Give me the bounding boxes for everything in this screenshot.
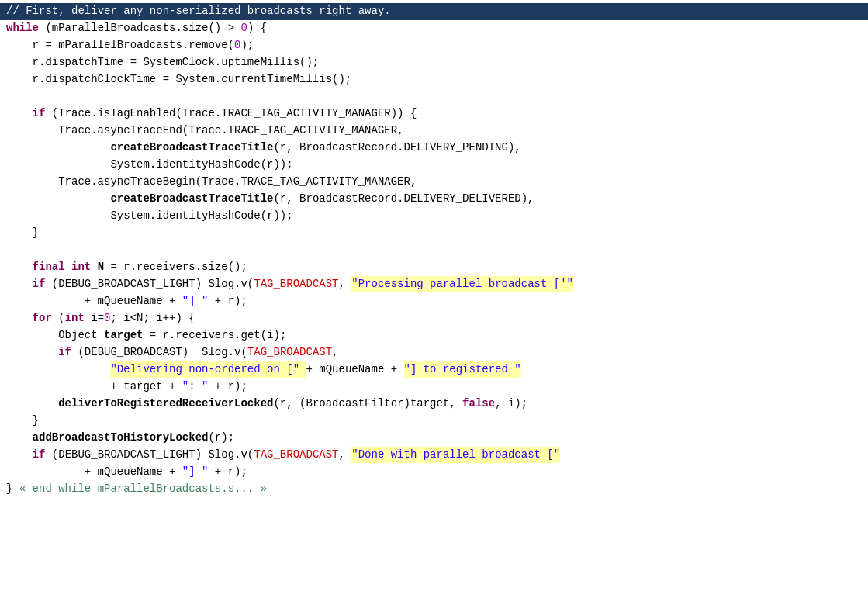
- code-token: "Delivering non-ordered on [": [110, 361, 306, 378]
- code-token: TAG_BROADCAST: [247, 344, 332, 361]
- code-line-18: + mQueueName + "] " + r);: [0, 293, 868, 310]
- code-token: = r.receivers.size();: [104, 259, 247, 275]
- code-token: [85, 310, 91, 327]
- code-line-4: r.dispatchTime = SystemClock.uptimeMilli…: [0, 54, 868, 71]
- code-line-20: Object target = r.receivers.get(i);: [0, 327, 868, 344]
- code-token: [6, 140, 110, 156]
- code-token: TAG_BROADCAST: [254, 447, 338, 463]
- code-token: "] ": [182, 464, 215, 480]
- code-line-19: for (int i=0; i<N; i++) {: [0, 310, 868, 327]
- code-token: + r);: [215, 293, 247, 309]
- code-token: int: [71, 259, 91, 275]
- code-line-16: final int N = r.receivers.size();: [0, 259, 868, 276]
- code-token: );: [240, 37, 254, 54]
- code-token: }: [6, 225, 39, 241]
- code-token: ": ": [182, 379, 215, 395]
- code-line-13: System.identityHashCode(r));: [0, 208, 868, 225]
- code-line-2: while (mParallelBroadcasts.size() > 0) {: [0, 20, 868, 37]
- code-token: [6, 310, 33, 327]
- code-token: (DEBUG_BROADCAST) Slog.v(: [71, 344, 247, 361]
- code-token: createBroadcastTraceTitle: [110, 140, 273, 156]
- code-token: (r, BroadcastRecord.DELIVERY_PENDING),: [273, 140, 520, 156]
- code-line-25: }: [0, 413, 868, 430]
- code-line-21: if (DEBUG_BROADCAST) Slog.v(TAG_BROADCAS…: [0, 344, 868, 361]
- code-token: i: [91, 310, 97, 327]
- code-line-10: System.identityHashCode(r));: [0, 157, 868, 174]
- code-line-26: addBroadcastToHistoryLocked(r);: [0, 430, 868, 447]
- code-token: ,: [332, 344, 338, 361]
- code-token: + mQueueName +: [306, 361, 403, 378]
- code-token: , i);: [495, 396, 527, 412]
- code-token: 0: [240, 20, 247, 36]
- code-token: ,: [338, 447, 351, 463]
- code-token: 0: [104, 310, 110, 327]
- code-token: deliverToRegisteredReceiverLocked: [58, 396, 273, 412]
- code-token: "Processing parallel broadcast ['": [351, 276, 573, 292]
- code-token: //: [6, 3, 26, 19]
- code-token: ) {: [247, 20, 267, 36]
- code-token: if: [58, 344, 71, 361]
- code-token: Object: [6, 327, 104, 344]
- code-token: [6, 396, 58, 412]
- code-token: (r, BroadcastRecord.DELIVERY_DELIVERED),: [273, 191, 534, 207]
- code-token: TAG_BROADCAST: [254, 276, 338, 292]
- code-token: [6, 430, 33, 446]
- code-token: false: [462, 396, 495, 412]
- code-line-8: Trace.asyncTraceEnd(Trace.TRACE_TAG_ACTI…: [0, 123, 868, 140]
- code-token: }: [6, 413, 39, 429]
- code-editor: // First, deliver any non-serialized bro…: [0, 0, 868, 612]
- code-token: r = mParallelBroadcasts.remove(: [6, 37, 234, 54]
- code-token: }: [6, 481, 19, 497]
- code-token: Trace.asyncTraceEnd(Trace.TRACE_TAG_ACTI…: [6, 123, 403, 139]
- code-token: First, deliver any non-serialized broadc…: [26, 3, 390, 19]
- code-line-28: + mQueueName + "] " + r);: [0, 464, 868, 481]
- code-line-23: + target + ": " + r);: [0, 379, 868, 396]
- code-token: [6, 105, 33, 122]
- code-token: (Trace.isTagEnabled(Trace.TRACE_TAG_ACTI…: [45, 105, 417, 122]
- code-line-3: r = mParallelBroadcasts.remove(0);: [0, 37, 868, 54]
- code-token: ; i<N; i++) {: [110, 310, 195, 327]
- code-line-9: createBroadcastTraceTitle(r, BroadcastRe…: [0, 140, 868, 157]
- code-token: 0: [234, 37, 240, 54]
- code-token: (r);: [208, 430, 234, 446]
- code-token: addBroadcastToHistoryLocked: [33, 430, 209, 446]
- code-line-27: if (DEBUG_BROADCAST_LIGHT) Slog.v(TAG_BR…: [0, 447, 868, 464]
- code-line-24: deliverToRegisteredReceiverLocked(r, (Br…: [0, 396, 868, 413]
- code-token: [6, 361, 110, 378]
- code-token: + target +: [6, 379, 182, 395]
- code-token: = r.receivers.get(i);: [143, 327, 286, 344]
- code-token: r.dispatchClockTime = System.currentTime…: [6, 71, 351, 88]
- code-token: createBroadcastTraceTitle: [110, 191, 273, 207]
- code-token: (mParallelBroadcasts.size() >: [39, 20, 240, 36]
- code-token: [91, 259, 97, 275]
- code-token: + r);: [215, 464, 247, 480]
- code-token: (DEBUG_BROADCAST_LIGHT) Slog.v(: [45, 447, 254, 463]
- code-token: (DEBUG_BROADCAST_LIGHT) Slog.v(: [45, 276, 254, 292]
- code-line-22: "Delivering non-ordered on [" + mQueueNa…: [0, 361, 868, 379]
- code-token: "Done with parallel broadcast [": [351, 447, 560, 463]
- code-token: target: [104, 327, 143, 344]
- code-token: =: [98, 310, 104, 327]
- code-token: [6, 259, 33, 275]
- code-token: System.identityHashCode(r));: [6, 157, 293, 173]
- code-line-14: }: [0, 225, 868, 242]
- code-line-29: } « end while mParallelBroadcasts.s... »: [0, 481, 868, 498]
- code-token: ,: [338, 276, 351, 292]
- code-token: Trace.asyncTraceBegin(Trace.TRACE_TAG_AC…: [6, 174, 417, 190]
- code-line-17: if (DEBUG_BROADCAST_LIGHT) Slog.v(TAG_BR…: [0, 276, 868, 293]
- code-token: [6, 344, 58, 361]
- code-token: System.identityHashCode(r));: [6, 208, 293, 224]
- code-token: final: [33, 259, 65, 275]
- code-line-7: if (Trace.isTagEnabled(Trace.TRACE_TAG_A…: [0, 105, 868, 123]
- code-token: for: [33, 310, 52, 327]
- code-token: [65, 259, 71, 275]
- code-line-5: r.dispatchClockTime = System.currentTime…: [0, 71, 868, 88]
- code-token: int: [65, 310, 85, 327]
- code-line-11: Trace.asyncTraceBegin(Trace.TRACE_TAG_AC…: [0, 174, 868, 191]
- code-line-12: createBroadcastTraceTitle(r, BroadcastRe…: [0, 191, 868, 208]
- code-token: [6, 447, 33, 463]
- code-token: while: [6, 20, 39, 36]
- code-token: (r, (BroadcastFilter)target,: [273, 396, 462, 412]
- code-token: r.dispatchTime = SystemClock.uptimeMilli…: [6, 54, 319, 71]
- code-token: if: [33, 276, 46, 292]
